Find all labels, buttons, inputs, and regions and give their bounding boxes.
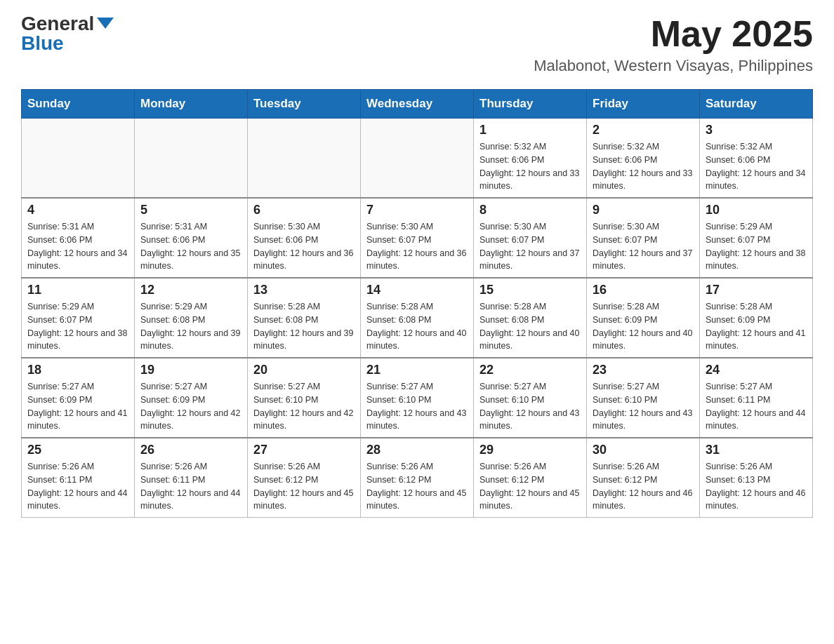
day-number: 8 bbox=[479, 203, 581, 217]
calendar-header-sunday: Sunday bbox=[22, 90, 135, 119]
day-info: Sunrise: 5:27 AM Sunset: 6:10 PM Dayligh… bbox=[593, 380, 694, 433]
calendar-cell: 20Sunrise: 5:27 AM Sunset: 6:10 PM Dayli… bbox=[248, 358, 361, 438]
day-number: 29 bbox=[479, 443, 581, 457]
day-number: 27 bbox=[253, 443, 355, 457]
page-header: General Blue May 2025 Malabonot, Western… bbox=[21, 14, 813, 75]
calendar-cell: 25Sunrise: 5:26 AM Sunset: 6:11 PM Dayli… bbox=[22, 438, 135, 518]
day-number: 31 bbox=[706, 443, 807, 457]
calendar-cell: 28Sunrise: 5:26 AM Sunset: 6:12 PM Dayli… bbox=[361, 438, 474, 518]
calendar-week-2: 4Sunrise: 5:31 AM Sunset: 6:06 PM Daylig… bbox=[22, 198, 813, 278]
day-number: 15 bbox=[479, 283, 581, 297]
calendar-table: SundayMondayTuesdayWednesdayThursdayFrid… bbox=[21, 89, 813, 518]
calendar-cell bbox=[135, 119, 248, 199]
calendar-cell: 6Sunrise: 5:30 AM Sunset: 6:06 PM Daylig… bbox=[248, 198, 361, 278]
calendar-cell: 17Sunrise: 5:28 AM Sunset: 6:09 PM Dayli… bbox=[700, 278, 813, 358]
calendar-cell: 18Sunrise: 5:27 AM Sunset: 6:09 PM Dayli… bbox=[22, 358, 135, 438]
day-info: Sunrise: 5:28 AM Sunset: 6:08 PM Dayligh… bbox=[253, 300, 355, 353]
location-title: Malabonot, Western Visayas, Philippines bbox=[534, 57, 813, 75]
title-block: May 2025 Malabonot, Western Visayas, Phi… bbox=[534, 14, 813, 75]
calendar-cell: 27Sunrise: 5:26 AM Sunset: 6:12 PM Dayli… bbox=[248, 438, 361, 518]
calendar-cell: 19Sunrise: 5:27 AM Sunset: 6:09 PM Dayli… bbox=[135, 358, 248, 438]
day-number: 16 bbox=[593, 283, 694, 297]
calendar-cell bbox=[248, 119, 361, 199]
day-info: Sunrise: 5:28 AM Sunset: 6:09 PM Dayligh… bbox=[593, 300, 694, 353]
day-info: Sunrise: 5:29 AM Sunset: 6:08 PM Dayligh… bbox=[140, 300, 241, 353]
day-number: 21 bbox=[366, 363, 468, 377]
calendar-cell: 30Sunrise: 5:26 AM Sunset: 6:12 PM Dayli… bbox=[587, 438, 700, 518]
calendar-cell: 3Sunrise: 5:32 AM Sunset: 6:06 PM Daylig… bbox=[700, 119, 813, 199]
day-info: Sunrise: 5:26 AM Sunset: 6:11 PM Dayligh… bbox=[140, 460, 241, 513]
day-number: 5 bbox=[140, 203, 241, 217]
calendar-cell: 10Sunrise: 5:29 AM Sunset: 6:07 PM Dayli… bbox=[700, 198, 813, 278]
month-title: May 2025 bbox=[534, 14, 813, 54]
day-info: Sunrise: 5:27 AM Sunset: 6:09 PM Dayligh… bbox=[140, 380, 241, 433]
day-info: Sunrise: 5:31 AM Sunset: 6:06 PM Dayligh… bbox=[27, 220, 128, 273]
day-info: Sunrise: 5:28 AM Sunset: 6:08 PM Dayligh… bbox=[366, 300, 468, 353]
day-info: Sunrise: 5:32 AM Sunset: 6:06 PM Dayligh… bbox=[479, 140, 581, 193]
day-info: Sunrise: 5:27 AM Sunset: 6:09 PM Dayligh… bbox=[27, 380, 128, 433]
day-number: 7 bbox=[366, 203, 468, 217]
day-number: 12 bbox=[140, 283, 241, 297]
day-info: Sunrise: 5:32 AM Sunset: 6:06 PM Dayligh… bbox=[706, 140, 807, 193]
day-number: 9 bbox=[593, 203, 694, 217]
calendar-cell: 15Sunrise: 5:28 AM Sunset: 6:08 PM Dayli… bbox=[474, 278, 587, 358]
calendar-header-saturday: Saturday bbox=[700, 90, 813, 119]
day-number: 3 bbox=[706, 123, 807, 137]
day-number: 10 bbox=[706, 203, 807, 217]
calendar-cell: 7Sunrise: 5:30 AM Sunset: 6:07 PM Daylig… bbox=[361, 198, 474, 278]
calendar-cell: 1Sunrise: 5:32 AM Sunset: 6:06 PM Daylig… bbox=[474, 119, 587, 199]
day-info: Sunrise: 5:27 AM Sunset: 6:10 PM Dayligh… bbox=[253, 380, 355, 433]
calendar-header-monday: Monday bbox=[135, 90, 248, 119]
day-number: 22 bbox=[479, 363, 581, 377]
day-info: Sunrise: 5:26 AM Sunset: 6:12 PM Dayligh… bbox=[366, 460, 468, 513]
day-number: 18 bbox=[27, 363, 128, 377]
day-number: 28 bbox=[366, 443, 468, 457]
calendar-cell: 26Sunrise: 5:26 AM Sunset: 6:11 PM Dayli… bbox=[135, 438, 248, 518]
calendar-cell: 13Sunrise: 5:28 AM Sunset: 6:08 PM Dayli… bbox=[248, 278, 361, 358]
day-info: Sunrise: 5:26 AM Sunset: 6:13 PM Dayligh… bbox=[706, 460, 807, 513]
day-number: 26 bbox=[140, 443, 241, 457]
calendar-header-wednesday: Wednesday bbox=[361, 90, 474, 119]
day-info: Sunrise: 5:27 AM Sunset: 6:10 PM Dayligh… bbox=[366, 380, 468, 433]
calendar-week-1: 1Sunrise: 5:32 AM Sunset: 6:06 PM Daylig… bbox=[22, 119, 813, 199]
calendar-cell: 21Sunrise: 5:27 AM Sunset: 6:10 PM Dayli… bbox=[361, 358, 474, 438]
logo: General Blue bbox=[21, 14, 114, 53]
calendar-week-4: 18Sunrise: 5:27 AM Sunset: 6:09 PM Dayli… bbox=[22, 358, 813, 438]
day-info: Sunrise: 5:29 AM Sunset: 6:07 PM Dayligh… bbox=[706, 220, 807, 273]
day-info: Sunrise: 5:30 AM Sunset: 6:06 PM Dayligh… bbox=[253, 220, 355, 273]
day-number: 23 bbox=[593, 363, 694, 377]
day-number: 2 bbox=[593, 123, 694, 137]
calendar-cell: 11Sunrise: 5:29 AM Sunset: 6:07 PM Dayli… bbox=[22, 278, 135, 358]
day-info: Sunrise: 5:32 AM Sunset: 6:06 PM Dayligh… bbox=[593, 140, 694, 193]
calendar-week-3: 11Sunrise: 5:29 AM Sunset: 6:07 PM Dayli… bbox=[22, 278, 813, 358]
calendar-cell: 24Sunrise: 5:27 AM Sunset: 6:11 PM Dayli… bbox=[700, 358, 813, 438]
calendar-cell bbox=[361, 119, 474, 199]
day-info: Sunrise: 5:28 AM Sunset: 6:09 PM Dayligh… bbox=[706, 300, 807, 353]
day-info: Sunrise: 5:29 AM Sunset: 6:07 PM Dayligh… bbox=[27, 300, 128, 353]
day-info: Sunrise: 5:28 AM Sunset: 6:08 PM Dayligh… bbox=[479, 300, 581, 353]
calendar-cell: 14Sunrise: 5:28 AM Sunset: 6:08 PM Dayli… bbox=[361, 278, 474, 358]
logo-general-text: General bbox=[21, 14, 94, 34]
logo-triangle-icon bbox=[97, 18, 114, 29]
day-number: 14 bbox=[366, 283, 468, 297]
day-number: 20 bbox=[253, 363, 355, 377]
day-number: 25 bbox=[27, 443, 128, 457]
calendar-cell: 4Sunrise: 5:31 AM Sunset: 6:06 PM Daylig… bbox=[22, 198, 135, 278]
day-number: 24 bbox=[706, 363, 807, 377]
calendar-cell: 9Sunrise: 5:30 AM Sunset: 6:07 PM Daylig… bbox=[587, 198, 700, 278]
day-info: Sunrise: 5:26 AM Sunset: 6:12 PM Dayligh… bbox=[253, 460, 355, 513]
calendar-cell: 31Sunrise: 5:26 AM Sunset: 6:13 PM Dayli… bbox=[700, 438, 813, 518]
day-number: 6 bbox=[253, 203, 355, 217]
day-info: Sunrise: 5:27 AM Sunset: 6:11 PM Dayligh… bbox=[706, 380, 807, 433]
calendar-cell: 29Sunrise: 5:26 AM Sunset: 6:12 PM Dayli… bbox=[474, 438, 587, 518]
calendar-header-tuesday: Tuesday bbox=[248, 90, 361, 119]
calendar-cell: 22Sunrise: 5:27 AM Sunset: 6:10 PM Dayli… bbox=[474, 358, 587, 438]
calendar-cell: 2Sunrise: 5:32 AM Sunset: 6:06 PM Daylig… bbox=[587, 119, 700, 199]
calendar-header-friday: Friday bbox=[587, 90, 700, 119]
day-number: 4 bbox=[27, 203, 128, 217]
day-info: Sunrise: 5:26 AM Sunset: 6:11 PM Dayligh… bbox=[27, 460, 128, 513]
logo-blue-text: Blue bbox=[21, 34, 64, 53]
day-info: Sunrise: 5:30 AM Sunset: 6:07 PM Dayligh… bbox=[366, 220, 468, 273]
day-info: Sunrise: 5:30 AM Sunset: 6:07 PM Dayligh… bbox=[479, 220, 581, 273]
day-number: 11 bbox=[27, 283, 128, 297]
